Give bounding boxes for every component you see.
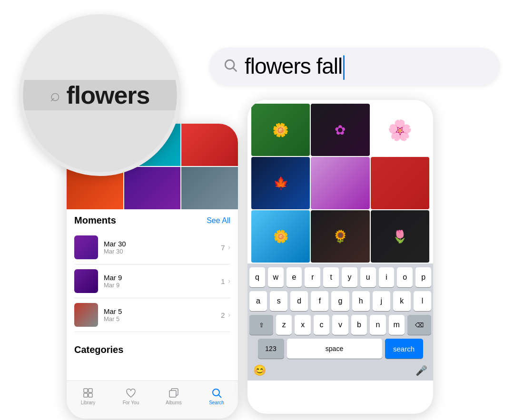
key-r[interactable]: r [305, 267, 320, 287]
key-j[interactable]: j [373, 291, 390, 311]
key-l[interactable]: l [414, 291, 431, 311]
key-g[interactable]: g [331, 291, 349, 311]
moment-row-1[interactable]: Mar 30 Mar 30 7 › [74, 231, 230, 264]
left-photo-5 [124, 167, 181, 209]
svg-rect-1 [89, 389, 92, 392]
key-v[interactable]: v [332, 315, 348, 335]
tab-for-you-label: For You [123, 400, 139, 405]
tab-library[interactable]: Library [67, 387, 109, 405]
magnifier-search-content: ⌕ flowers [50, 81, 149, 109]
key-i[interactable]: i [379, 267, 395, 287]
keyboard-bottom-bar: 😊 🎤 [249, 362, 431, 379]
keyboard-row-z: ⇧ z x c v b n m ⌫ [249, 315, 431, 335]
moment-row-3[interactable]: Mar 5 Mar 5 2 › [74, 298, 230, 332]
key-w[interactable]: w [268, 267, 284, 287]
moment-thumb-2 [74, 269, 98, 293]
svg-rect-4 [169, 391, 176, 397]
tab-search[interactable]: Search [195, 387, 238, 405]
tab-albums-label: Albums [166, 400, 181, 405]
grid-cell-3[interactable]: 🌸 [371, 104, 429, 156]
svg-rect-2 [84, 393, 88, 397]
grid-cell-4[interactable]: 🍁 [251, 157, 310, 209]
chevron-icon-1: › [228, 243, 230, 252]
magnifier-circle: ⌕ flowers [19, 14, 181, 176]
grid-cell-9[interactable]: 🌷 [371, 210, 429, 263]
moment-date-main-2: Mar 9 [104, 273, 221, 282]
key-d[interactable]: d [290, 291, 308, 311]
key-p[interactable]: p [415, 267, 431, 287]
keyboard: q w e r t y u i o p a s d f g h j k l ⇧ … [247, 264, 433, 381]
moment-date-main-3: Mar 5 [104, 307, 221, 315]
left-photo-3 [181, 124, 238, 166]
chevron-icon-3: › [228, 311, 230, 319]
key-t[interactable]: t [323, 267, 339, 287]
right-search-text: flowers fall [245, 53, 345, 80]
svg-rect-0 [84, 389, 88, 392]
key-e[interactable]: e [287, 267, 302, 287]
library-icon [82, 387, 94, 399]
moment-date-sub-3: Mar 5 [104, 315, 221, 322]
categories-section: Categories [67, 337, 238, 359]
keyboard-row-q: q w e r t y u i o p [249, 267, 431, 287]
svg-rect-3 [89, 393, 92, 397]
mic-key[interactable]: 🎤 [415, 365, 427, 376]
key-c[interactable]: c [314, 315, 329, 335]
tab-search-label: Search [209, 400, 224, 405]
moment-thumb-1 [74, 235, 98, 259]
grid-cell-2[interactable]: ✿ [311, 104, 369, 156]
emoji-key[interactable]: 😊 [253, 364, 266, 377]
key-k[interactable]: k [393, 291, 411, 311]
grid-cell-6[interactable] [371, 157, 429, 209]
moment-info-2: Mar 9 Mar 9 [104, 273, 221, 289]
key-x[interactable]: x [295, 315, 310, 335]
right-phone: 🌼 ✿ 🌸 🍁 🌼 🌻 🌷 q w e [247, 100, 433, 414]
right-search-bar[interactable]: flowers fall [209, 48, 500, 86]
grid-cell-1[interactable]: 🌼 [251, 104, 310, 156]
key-y[interactable]: y [342, 267, 357, 287]
see-all-button[interactable]: See All [207, 216, 230, 225]
key-q[interactable]: q [249, 267, 265, 287]
key-z[interactable]: z [276, 315, 292, 335]
categories-title: Categories [67, 337, 238, 359]
grid-cell-5[interactable] [311, 157, 369, 209]
chevron-icon-2: › [228, 277, 230, 285]
moment-date-sub-2: Mar 9 [104, 282, 221, 289]
moment-info-3: Mar 5 Mar 5 [104, 307, 221, 322]
key-h[interactable]: h [352, 291, 370, 311]
moment-count-1: 7 [221, 244, 225, 252]
moment-count-2: 1 [221, 277, 225, 285]
key-f[interactable]: f [311, 291, 328, 311]
moments-title: Moments [74, 215, 116, 226]
key-backspace[interactable]: ⌫ [407, 315, 431, 335]
key-num[interactable]: 123 [258, 339, 284, 359]
tab-albums[interactable]: Albums [152, 387, 195, 405]
search-tab-icon [211, 387, 222, 399]
right-photo-grid: 🌼 ✿ 🌸 🍁 🌼 🌻 🌷 [247, 100, 433, 264]
left-tab-bar: Library For You Albums Se [67, 381, 238, 419]
moment-row-2[interactable]: Mar 9 Mar 9 1 › [74, 264, 230, 298]
key-o[interactable]: o [397, 267, 413, 287]
svg-line-8 [233, 68, 237, 71]
key-space[interactable]: space [287, 339, 382, 359]
key-search[interactable]: search [385, 339, 423, 359]
key-b[interactable]: b [351, 315, 367, 335]
left-photo-6 [181, 167, 238, 209]
key-u[interactable]: u [360, 267, 376, 287]
moment-info-1: Mar 30 Mar 30 [104, 240, 221, 255]
moments-header: Moments See All [74, 215, 230, 226]
grid-cell-8[interactable]: 🌻 [311, 210, 369, 263]
key-s[interactable]: s [270, 291, 287, 311]
magnifier-search-text: flowers [66, 81, 149, 109]
key-a[interactable]: a [249, 291, 267, 311]
key-n[interactable]: n [370, 315, 386, 335]
svg-line-6 [219, 395, 222, 398]
tab-library-label: Library [81, 400, 96, 405]
svg-point-5 [213, 389, 219, 396]
moment-count-3: 2 [221, 311, 225, 319]
tab-for-you[interactable]: For You [109, 387, 152, 405]
magnifier-search-icon: ⌕ [50, 85, 60, 105]
grid-cell-7[interactable]: 🌼 [251, 210, 310, 263]
key-shift[interactable]: ⇧ [249, 315, 273, 335]
key-m[interactable]: m [389, 315, 405, 335]
moment-thumb-3 [74, 303, 98, 327]
